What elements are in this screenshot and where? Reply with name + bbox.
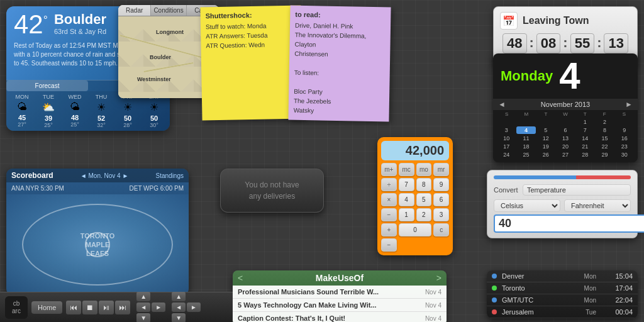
calendar-day-number: 4 bbox=[559, 57, 580, 95]
rss-next-btn[interactable]: > bbox=[436, 273, 441, 283]
scoreboard-title: Scoreboard bbox=[11, 171, 53, 180]
rss-item-date-3: Nov 4 bbox=[425, 315, 441, 322]
forecast-tab[interactable]: Forecast bbox=[6, 80, 88, 91]
app-logo: cbarc bbox=[5, 296, 28, 319]
converter-to-select[interactable]: Fahrenheit Celsius Kelvin bbox=[564, 199, 631, 212]
calc-btn-neg[interactable]: − bbox=[381, 238, 397, 252]
calc-btn-8[interactable]: 8 bbox=[416, 178, 432, 191]
rss-widget: < MakeUseOf > Professional Musicians Sou… bbox=[233, 270, 447, 322]
clock-row-denver: Denver Mon 15:04 bbox=[487, 270, 638, 282]
rss-item-3[interactable]: Caption Contest: That's It, I Quit! Nov … bbox=[233, 312, 447, 322]
clock-time-jerusalem: 00:04 bbox=[601, 308, 633, 316]
scoreboard-date[interactable]: ◄ Mon. Nov 4 ► bbox=[80, 172, 128, 179]
clock-time-denver: 15:04 bbox=[601, 272, 633, 280]
calc-btn-m-plus[interactable]: m+ bbox=[381, 163, 397, 176]
weather-info: Boulder 63rd St & Jay Rd bbox=[54, 11, 106, 35]
clock-city-denver: Denver bbox=[502, 272, 584, 280]
nav2-up-btn[interactable]: ▲ bbox=[172, 292, 186, 301]
clock-dot-jerusalem bbox=[492, 309, 497, 314]
calc-btn-4[interactable]: 4 bbox=[399, 193, 414, 206]
rss-item-1[interactable]: Professional Musicians Sound Terrible W.… bbox=[233, 286, 447, 299]
calc-btn-6[interactable]: 6 bbox=[433, 193, 449, 206]
timer-mins-value: 55 bbox=[570, 33, 594, 53]
calendar-prev-btn[interactable]: ◄ bbox=[498, 100, 506, 109]
rss-header: < MakeUseOf > bbox=[233, 270, 447, 286]
converter-type-select[interactable]: Temperature Length Weight bbox=[523, 184, 631, 196]
calc-btn-divide[interactable]: ÷ bbox=[381, 178, 397, 191]
sticky-purple-title: to read: bbox=[295, 11, 386, 20]
unit-converter-widget: Convert Temperature Length Weight Celsiu… bbox=[487, 170, 638, 238]
rss-prev-btn[interactable]: < bbox=[238, 273, 243, 283]
calc-btn-mo[interactable]: mo bbox=[416, 163, 432, 176]
timer-days-value: 48 bbox=[502, 33, 526, 53]
converter-from-select[interactable]: Celsius Fahrenheit Kelvin bbox=[494, 199, 560, 212]
nav2-down-btn[interactable]: ▼ bbox=[172, 313, 186, 322]
sticky-yellow-content: Stuff to watch: Monda ATR Answers: Tuesd… bbox=[206, 21, 297, 51]
calc-btn-multiply[interactable]: × bbox=[381, 193, 397, 206]
calc-btn-5[interactable]: 5 bbox=[416, 193, 432, 206]
map-label-boulder: Boulder bbox=[150, 54, 171, 60]
leaving-title: Leaving Town bbox=[523, 15, 589, 26]
home-button[interactable]: Home bbox=[31, 301, 62, 314]
calc-btn-0[interactable]: 0 bbox=[399, 223, 432, 236]
clock-day-jerusalem: Tue bbox=[586, 309, 596, 316]
scoreboard-game2: DET WPG 6:00 PM bbox=[129, 185, 184, 192]
converter-input-field[interactable] bbox=[494, 214, 644, 233]
rss-items: Professional Musicians Sound Terrible W.… bbox=[233, 286, 447, 322]
rss-item-2[interactable]: 5 Ways Technology Can Make Living Wit...… bbox=[233, 299, 447, 312]
calc-btn-clear[interactable]: c bbox=[433, 223, 449, 236]
forecast-day-sat: SAT ☀ 50 30° bbox=[141, 94, 167, 128]
map-tab-conditions[interactable]: Conditions bbox=[151, 5, 186, 16]
calc-btn-mr[interactable]: mr bbox=[433, 163, 449, 176]
clock-city-jerusalem: Jerusalem bbox=[502, 308, 586, 316]
nav-down-btn[interactable]: ▼ bbox=[136, 313, 150, 322]
sticky-purple-content: Drive, Daniel H. Pink The Innovator's Di… bbox=[294, 21, 386, 116]
prev-track-btn[interactable]: ⏮ bbox=[66, 301, 81, 314]
calc-btn-minus[interactable]: − bbox=[381, 208, 397, 221]
clock-dot-denver bbox=[492, 274, 497, 279]
scoreboard-game1: ANA NYR 5:30 PM bbox=[11, 185, 64, 192]
calendar-day-display: Monday 4 bbox=[493, 53, 638, 99]
play-pause-btn[interactable]: ⏯ bbox=[99, 301, 114, 314]
forecast-day-tue: TUE ⛅ 39 25° bbox=[35, 94, 62, 128]
leaving-header: 📅 Leaving Town bbox=[500, 12, 631, 30]
calc-btn-3[interactable]: 3 bbox=[433, 208, 449, 221]
nav-up-btn[interactable]: ▲ bbox=[136, 292, 150, 301]
nav-right-btn[interactable]: ► bbox=[152, 303, 165, 312]
stop-btn[interactable]: ⏹ bbox=[82, 301, 97, 314]
clock-dot-toronto bbox=[492, 286, 497, 291]
nav2-row-bottom: ▼ bbox=[172, 313, 201, 322]
converter-type-label: Convert bbox=[494, 186, 519, 194]
clock-row-toronto: Toronto Mon 17:04 bbox=[487, 282, 638, 294]
calc-btn-2[interactable]: 2 bbox=[416, 208, 432, 221]
clock-time-toronto: 17:04 bbox=[601, 284, 633, 292]
scoreboard-standings[interactable]: Standings bbox=[156, 172, 184, 179]
calc-btn-mc[interactable]: mc bbox=[399, 163, 414, 176]
calc-btn-7[interactable]: 7 bbox=[399, 178, 414, 191]
forecast-day-thu: THU ☀ 52 32° bbox=[88, 94, 114, 128]
calc-btn-1[interactable]: 1 bbox=[399, 208, 414, 221]
nav2-right-btn[interactable]: ► bbox=[187, 303, 201, 312]
calculator-widget: 42,000 m+ mc mo mr ÷ 7 8 9 × 4 5 6 − 1 2… bbox=[377, 137, 453, 255]
logo-text: cbarc bbox=[12, 300, 21, 315]
converter-units-row: Celsius Fahrenheit Kelvin Fahrenheit Cel… bbox=[494, 199, 631, 212]
map-tab-radar[interactable]: Radar bbox=[118, 5, 151, 16]
nav2-left-btn[interactable]: ◄ bbox=[172, 303, 186, 312]
converter-type-row: Convert Temperature Length Weight bbox=[494, 184, 631, 196]
next-track-btn[interactable]: ⏭ bbox=[115, 301, 130, 314]
delivery-message: You do not have any deliveries bbox=[245, 179, 299, 202]
calculator-buttons: m+ mc mo mr ÷ 7 8 9 × 4 5 6 − 1 2 3 + 0 … bbox=[381, 163, 449, 252]
clock-time-gmt: 22:04 bbox=[601, 296, 633, 304]
calendar-next-btn[interactable]: ► bbox=[625, 100, 633, 109]
converter-input-row: = 104 bbox=[494, 214, 631, 233]
delivery-line2: any deliveries bbox=[245, 191, 299, 202]
weather-city: Boulder bbox=[54, 11, 106, 28]
rss-item-date-1: Nov 4 bbox=[425, 289, 441, 296]
nav-row-bottom: ▼ bbox=[136, 313, 165, 322]
calendar-icon: 📅 bbox=[500, 12, 518, 30]
calc-btn-plus[interactable]: + bbox=[381, 223, 397, 236]
calc-btn-9[interactable]: 9 bbox=[433, 178, 449, 191]
calendar-widget: Monday 4 ◄ November 2013 ► S M T W T F S… bbox=[493, 53, 638, 162]
nav-left-btn[interactable]: ◄ bbox=[136, 303, 150, 312]
rss-item-title-3: Caption Contest: That's It, I Quit! bbox=[238, 314, 420, 322]
